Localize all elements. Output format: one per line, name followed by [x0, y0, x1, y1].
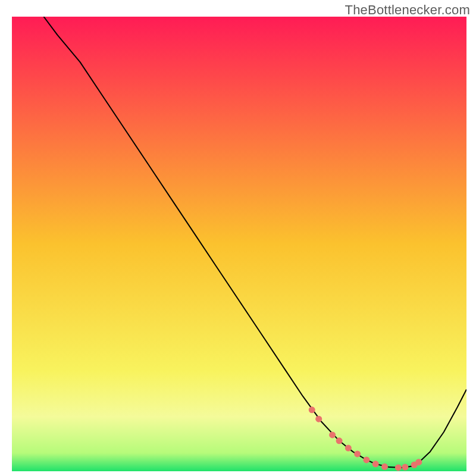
marker-dot — [336, 437, 343, 444]
marker-dot — [415, 459, 422, 465]
marker-dot — [381, 464, 388, 470]
attribution-text: TheBottlenecker.com — [345, 2, 470, 18]
marker-dot — [329, 431, 336, 438]
bottleneck-chart — [12, 17, 466, 471]
marker-dot — [363, 456, 369, 463]
marker-dot — [402, 464, 408, 471]
marker-dot — [395, 464, 402, 471]
stage: TheBottlenecker.com — [0, 0, 476, 476]
marker-dot — [345, 445, 352, 452]
marker-dot — [309, 406, 315, 413]
marker-dot — [354, 450, 361, 457]
gradient-background — [12, 17, 466, 471]
marker-dot — [315, 416, 322, 422]
chart-svg — [12, 17, 466, 471]
marker-dot — [372, 461, 379, 467]
